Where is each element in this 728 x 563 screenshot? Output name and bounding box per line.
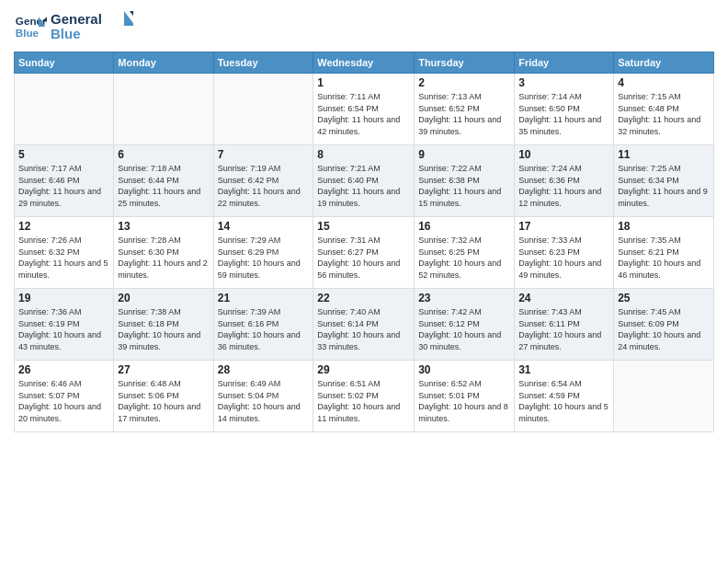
- calendar-cell: [114, 74, 213, 145]
- day-info: Sunrise: 6:46 AM Sunset: 5:07 PM Dayligh…: [18, 378, 109, 424]
- day-info: Sunrise: 7:18 AM Sunset: 6:44 PM Dayligh…: [118, 163, 209, 209]
- day-number: 5: [18, 148, 109, 161]
- calendar-cell: 16Sunrise: 7:32 AM Sunset: 6:25 PM Dayli…: [415, 217, 515, 289]
- logo-icon: General Blue: [14, 10, 47, 43]
- day-number: 13: [118, 220, 209, 233]
- calendar-cell: 29Sunrise: 6:51 AM Sunset: 5:02 PM Dayli…: [313, 361, 415, 432]
- day-number: 21: [218, 292, 310, 304]
- day-number: 4: [618, 76, 710, 89]
- day-info: Sunrise: 6:52 AM Sunset: 5:01 PM Dayligh…: [418, 378, 510, 424]
- day-number: 18: [618, 220, 710, 233]
- logo-svg: General Blue: [51, 9, 133, 44]
- day-info: Sunrise: 7:28 AM Sunset: 6:30 PM Dayligh…: [118, 235, 209, 281]
- calendar-cell: 23Sunrise: 7:42 AM Sunset: 6:12 PM Dayli…: [415, 289, 515, 361]
- day-info: Sunrise: 7:21 AM Sunset: 6:40 PM Dayligh…: [317, 163, 410, 209]
- weekday-header-wednesday: Wednesday: [313, 52, 415, 74]
- day-info: Sunrise: 7:39 AM Sunset: 6:16 PM Dayligh…: [218, 306, 310, 352]
- day-number: 19: [18, 292, 109, 304]
- calendar-cell: [15, 74, 114, 145]
- day-number: 3: [518, 76, 609, 89]
- day-number: 30: [418, 363, 510, 376]
- calendar-cell: 3Sunrise: 7:14 AM Sunset: 6:50 PM Daylig…: [515, 74, 614, 145]
- day-info: Sunrise: 7:31 AM Sunset: 6:27 PM Dayligh…: [317, 235, 410, 281]
- calendar-cell: 22Sunrise: 7:40 AM Sunset: 6:14 PM Dayli…: [313, 289, 415, 361]
- day-number: 9: [418, 148, 510, 161]
- calendar-cell: 14Sunrise: 7:29 AM Sunset: 6:29 PM Dayli…: [213, 217, 313, 289]
- day-number: 24: [518, 292, 609, 304]
- calendar-cell: 12Sunrise: 7:26 AM Sunset: 6:32 PM Dayli…: [15, 217, 114, 289]
- weekday-header-row: SundayMondayTuesdayWednesdayThursdayFrid…: [15, 52, 714, 74]
- calendar-cell: 17Sunrise: 7:33 AM Sunset: 6:23 PM Dayli…: [515, 217, 614, 289]
- calendar-cell: 4Sunrise: 7:15 AM Sunset: 6:48 PM Daylig…: [614, 74, 714, 145]
- day-info: Sunrise: 7:17 AM Sunset: 6:46 PM Dayligh…: [18, 163, 109, 209]
- day-number: 20: [118, 292, 209, 304]
- calendar-cell: 31Sunrise: 6:54 AM Sunset: 4:59 PM Dayli…: [515, 361, 614, 432]
- day-number: 17: [518, 220, 609, 233]
- day-info: Sunrise: 7:24 AM Sunset: 6:36 PM Dayligh…: [518, 163, 609, 209]
- calendar-cell: 25Sunrise: 7:45 AM Sunset: 6:09 PM Dayli…: [614, 289, 714, 361]
- weekday-header-friday: Friday: [515, 52, 614, 74]
- day-number: 8: [317, 148, 410, 161]
- weekday-header-thursday: Thursday: [415, 52, 515, 74]
- weekday-header-monday: Monday: [114, 52, 213, 74]
- day-number: 14: [218, 220, 310, 233]
- calendar-cell: 10Sunrise: 7:24 AM Sunset: 6:36 PM Dayli…: [515, 145, 614, 217]
- calendar-cell: 5Sunrise: 7:17 AM Sunset: 6:46 PM Daylig…: [15, 145, 114, 217]
- svg-text:General: General: [51, 11, 102, 27]
- day-number: 11: [618, 148, 710, 161]
- calendar-page: General Blue General Blue SundayMondayT: [0, 0, 728, 563]
- day-info: Sunrise: 7:38 AM Sunset: 6:18 PM Dayligh…: [118, 306, 209, 352]
- day-number: 7: [218, 148, 310, 161]
- calendar-cell: 27Sunrise: 6:48 AM Sunset: 5:06 PM Dayli…: [114, 361, 213, 432]
- day-number: 31: [518, 363, 609, 376]
- day-info: Sunrise: 7:33 AM Sunset: 6:23 PM Dayligh…: [518, 235, 609, 281]
- day-info: Sunrise: 7:36 AM Sunset: 6:19 PM Dayligh…: [18, 306, 109, 352]
- day-number: 15: [317, 220, 410, 233]
- day-number: 2: [418, 76, 510, 89]
- day-number: 25: [618, 292, 710, 304]
- calendar-cell: 2Sunrise: 7:13 AM Sunset: 6:52 PM Daylig…: [415, 74, 515, 145]
- day-info: Sunrise: 7:43 AM Sunset: 6:11 PM Dayligh…: [518, 306, 609, 352]
- day-info: Sunrise: 7:19 AM Sunset: 6:42 PM Dayligh…: [218, 163, 310, 209]
- week-row-1: 1Sunrise: 7:11 AM Sunset: 6:54 PM Daylig…: [15, 74, 714, 145]
- svg-text:Blue: Blue: [51, 26, 81, 41]
- calendar-cell: 19Sunrise: 7:36 AM Sunset: 6:19 PM Dayli…: [15, 289, 114, 361]
- week-row-5: 26Sunrise: 6:46 AM Sunset: 5:07 PM Dayli…: [15, 361, 714, 432]
- day-number: 27: [118, 363, 209, 376]
- day-number: 28: [218, 363, 310, 376]
- day-info: Sunrise: 7:22 AM Sunset: 6:38 PM Dayligh…: [418, 163, 510, 209]
- calendar-cell: 6Sunrise: 7:18 AM Sunset: 6:44 PM Daylig…: [114, 145, 213, 217]
- week-row-3: 12Sunrise: 7:26 AM Sunset: 6:32 PM Dayli…: [15, 217, 714, 289]
- weekday-header-tuesday: Tuesday: [213, 52, 313, 74]
- day-info: Sunrise: 6:48 AM Sunset: 5:06 PM Dayligh…: [118, 378, 209, 424]
- calendar-cell: 1Sunrise: 7:11 AM Sunset: 6:54 PM Daylig…: [313, 74, 415, 145]
- calendar-cell: 30Sunrise: 6:52 AM Sunset: 5:01 PM Dayli…: [415, 361, 515, 432]
- weekday-header-sunday: Sunday: [15, 52, 114, 74]
- calendar-cell: 9Sunrise: 7:22 AM Sunset: 6:38 PM Daylig…: [415, 145, 515, 217]
- day-info: Sunrise: 6:51 AM Sunset: 5:02 PM Dayligh…: [317, 378, 410, 424]
- day-info: Sunrise: 7:13 AM Sunset: 6:52 PM Dayligh…: [418, 91, 510, 137]
- day-info: Sunrise: 6:54 AM Sunset: 4:59 PM Dayligh…: [518, 378, 609, 424]
- calendar-cell: 28Sunrise: 6:49 AM Sunset: 5:04 PM Dayli…: [213, 361, 313, 432]
- week-row-2: 5Sunrise: 7:17 AM Sunset: 6:46 PM Daylig…: [15, 145, 714, 217]
- calendar-cell: 11Sunrise: 7:25 AM Sunset: 6:34 PM Dayli…: [614, 145, 714, 217]
- calendar-cell: 20Sunrise: 7:38 AM Sunset: 6:18 PM Dayli…: [114, 289, 213, 361]
- calendar-cell: 13Sunrise: 7:28 AM Sunset: 6:30 PM Dayli…: [114, 217, 213, 289]
- day-info: Sunrise: 7:14 AM Sunset: 6:50 PM Dayligh…: [518, 91, 609, 137]
- calendar-cell: [614, 361, 714, 432]
- day-number: 29: [317, 363, 410, 376]
- day-info: Sunrise: 7:25 AM Sunset: 6:34 PM Dayligh…: [618, 163, 710, 209]
- day-info: Sunrise: 6:49 AM Sunset: 5:04 PM Dayligh…: [218, 378, 310, 424]
- day-number: 23: [418, 292, 510, 304]
- day-number: 16: [418, 220, 510, 233]
- day-info: Sunrise: 7:11 AM Sunset: 6:54 PM Dayligh…: [317, 91, 410, 137]
- calendar-cell: 8Sunrise: 7:21 AM Sunset: 6:40 PM Daylig…: [313, 145, 415, 217]
- day-info: Sunrise: 7:32 AM Sunset: 6:25 PM Dayligh…: [418, 235, 510, 281]
- calendar-cell: 21Sunrise: 7:39 AM Sunset: 6:16 PM Dayli…: [213, 289, 313, 361]
- day-info: Sunrise: 7:26 AM Sunset: 6:32 PM Dayligh…: [18, 235, 109, 281]
- day-info: Sunrise: 7:45 AM Sunset: 6:09 PM Dayligh…: [618, 306, 710, 352]
- calendar-cell: 7Sunrise: 7:19 AM Sunset: 6:42 PM Daylig…: [213, 145, 313, 217]
- calendar-cell: [213, 74, 313, 145]
- day-number: 6: [118, 148, 209, 161]
- logo: General Blue General Blue: [14, 9, 133, 44]
